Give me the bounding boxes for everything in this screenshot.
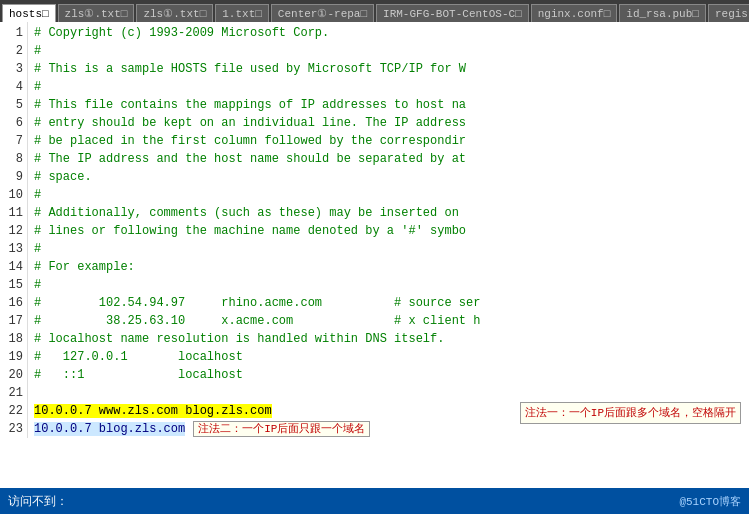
- tab-8[interactable]: register.html□: [708, 4, 749, 22]
- annotation-inline-line-23: 注法二：一个IP后面只跟一个域名: [193, 421, 370, 437]
- tab-4[interactable]: Center①-repa□: [271, 4, 374, 22]
- tab-bar: hosts□zls①.txt□zls①.txt□1.txt□Center①-re…: [0, 0, 749, 22]
- code-line-8: # The IP address and the host name shoul…: [34, 150, 745, 168]
- tab-7[interactable]: id_rsa.pub□: [619, 4, 706, 22]
- status-bar: 访问不到： @51CTO博客: [0, 488, 749, 514]
- code-line-9: # space.: [34, 168, 745, 186]
- code-line-3: # This is a sample HOSTS file used by Mi…: [34, 60, 745, 78]
- code-line-13: #: [34, 240, 745, 258]
- code-line-1: # Copyright (c) 1993-2009 Microsoft Corp…: [34, 24, 745, 42]
- tab-0[interactable]: hosts□: [2, 4, 56, 22]
- code-line-17: # 38.25.63.10 x.acme.com # x client h: [34, 312, 745, 330]
- code-line-15: #: [34, 276, 745, 294]
- tab-3[interactable]: 1.txt□: [215, 4, 269, 22]
- code-line-16: # 102.54.94.97 rhino.acme.com # source s…: [34, 294, 745, 312]
- code-line-14: # For example:: [34, 258, 745, 276]
- code-line-22: 10.0.0.7 www.zls.com blog.zls.com注法一：一个I…: [34, 402, 745, 420]
- code-line-6: # entry should be kept on an individual …: [34, 114, 745, 132]
- line-numbers: 1234567891011121314151617181920212223: [0, 22, 28, 438]
- code-line-23: 10.0.0.7 blog.zls.com注法二：一个IP后面只跟一个域名: [34, 420, 745, 438]
- code-line-10: #: [34, 186, 745, 204]
- code-line-2: #: [34, 42, 745, 60]
- code-line-5: # This file contains the mappings of IP …: [34, 96, 745, 114]
- editor: 1234567891011121314151617181920212223 # …: [0, 22, 749, 488]
- code-content: # Copyright (c) 1993-2009 Microsoft Corp…: [30, 22, 749, 488]
- code-line-21: [34, 384, 745, 402]
- code-line-12: # lines or following the machine name de…: [34, 222, 745, 240]
- tab-1[interactable]: zls①.txt□: [58, 4, 135, 22]
- code-line-19: # 127.0.0.1 localhost: [34, 348, 745, 366]
- code-line-20: # ::1 localhost: [34, 366, 745, 384]
- tab-6[interactable]: nginx.conf□: [531, 4, 618, 22]
- tab-2[interactable]: zls①.txt□: [136, 4, 213, 22]
- tab-5[interactable]: IRM-GFG-BOT-CentOS-C□: [376, 4, 529, 22]
- status-left: 访问不到：: [8, 493, 68, 510]
- code-line-4: #: [34, 78, 745, 96]
- code-line-7: # be placed in the first column followed…: [34, 132, 745, 150]
- status-right: @51CTO博客: [679, 494, 741, 509]
- code-line-11: # Additionally, comments (such as these)…: [34, 204, 745, 222]
- code-line-18: # localhost name resolution is handled w…: [34, 330, 745, 348]
